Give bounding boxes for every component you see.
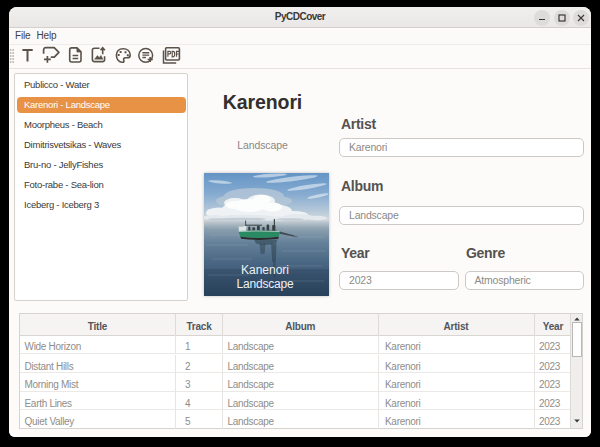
svg-text:Landscape: Landscape <box>237 277 294 291</box>
svg-text:Kanenori: Kanenori <box>241 262 289 276</box>
